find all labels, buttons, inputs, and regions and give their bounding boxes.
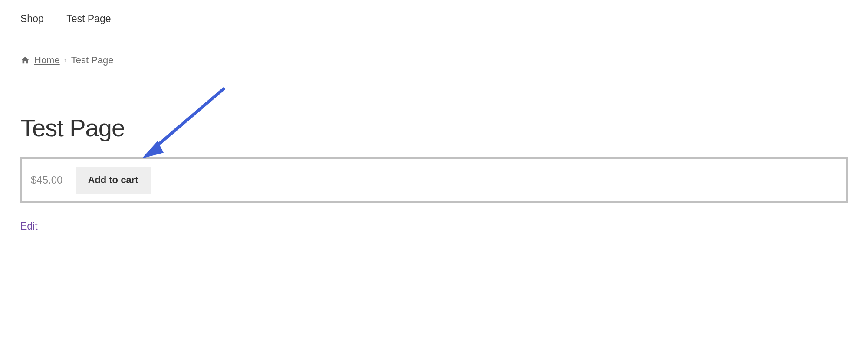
breadcrumb-separator: › [64, 56, 67, 65]
breadcrumb: Home › Test Page [20, 55, 848, 66]
nav-item-test-page[interactable]: Test Page [66, 13, 111, 25]
svg-marker-1 [142, 141, 164, 158]
product-box-wrapper: $45.00 Add to cart [20, 157, 848, 203]
add-to-cart-button[interactable]: Add to cart [76, 167, 150, 194]
breadcrumb-current: Test Page [71, 55, 114, 66]
product-price: $45.00 [31, 174, 62, 186]
page-content: Home › Test Page Test Page $45.00 Add to… [0, 38, 868, 249]
product-box: $45.00 Add to cart [20, 157, 848, 203]
page-title: Test Page [20, 114, 848, 142]
nav-item-shop[interactable]: Shop [20, 13, 44, 25]
home-icon [20, 56, 30, 65]
top-nav: Shop Test Page [0, 0, 868, 38]
breadcrumb-home-link[interactable]: Home [34, 55, 60, 66]
edit-link[interactable]: Edit [20, 220, 38, 232]
